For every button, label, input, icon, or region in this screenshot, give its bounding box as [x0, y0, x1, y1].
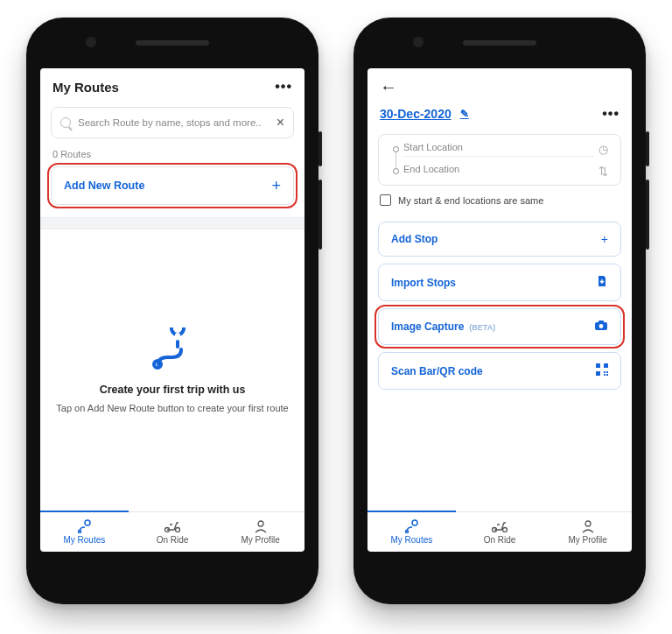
- empty-state: Create your first trip with us Tap on Ad…: [40, 229, 304, 511]
- qr-code-icon: [596, 363, 608, 378]
- svg-point-2: [85, 520, 90, 525]
- scooter-icon: [491, 519, 508, 533]
- svg-point-20: [503, 528, 508, 532]
- same-location-toggle[interactable]: My start & end locations are same: [380, 194, 620, 206]
- svg-rect-12: [596, 371, 600, 376]
- checkbox-icon[interactable]: [380, 194, 391, 206]
- nav-on-ride[interactable]: On Ride: [456, 516, 544, 552]
- scan-code-button[interactable]: Scan Bar/QR code: [378, 352, 621, 390]
- route-pin-icon: [148, 328, 197, 371]
- nav-on-ride[interactable]: On Ride: [129, 516, 217, 552]
- routes-count-label: 0 Routes: [52, 149, 292, 159]
- route-date-label: 30-Dec-2020: [380, 107, 452, 121]
- add-stop-button[interactable]: Add Stop +: [378, 222, 621, 257]
- empty-state-title: Create your first trip with us: [100, 384, 246, 396]
- bottom-nav: My Routes On Ride My Profile: [368, 511, 632, 552]
- back-button[interactable]: ←: [380, 77, 397, 96]
- phone-frame-left: My Routes ••• × 0 Routes Add New Route +: [26, 18, 318, 604]
- svg-point-21: [585, 521, 591, 526]
- clear-search-icon[interactable]: ×: [276, 116, 284, 130]
- svg-rect-16: [606, 371, 608, 373]
- import-stops-button[interactable]: Import Stops: [378, 264, 621, 301]
- phone-side-button: [646, 180, 649, 250]
- end-location-input[interactable]: End Location: [403, 164, 594, 178]
- phone-side-button: [318, 180, 322, 250]
- screen-route-detail: ← 30-Dec-2020 ✎ ••• Start Location ◷ End…: [368, 68, 632, 552]
- scooter-icon: [164, 519, 181, 533]
- nav-label: On Ride: [484, 535, 516, 545]
- end-dot-icon: [393, 168, 399, 174]
- nav-my-profile[interactable]: My Profile: [543, 516, 632, 552]
- profile-icon: [252, 519, 270, 533]
- swap-icon[interactable]: ⇅: [594, 165, 612, 178]
- plus-icon: +: [271, 178, 281, 194]
- nav-label: My Routes: [63, 535, 105, 545]
- nav-label: My Profile: [568, 535, 606, 545]
- svg-rect-11: [604, 363, 608, 368]
- page-title: My Routes: [52, 80, 119, 95]
- start-dot-icon: [393, 146, 399, 152]
- nav-my-routes[interactable]: My Routes: [368, 516, 456, 552]
- same-location-label: My start & end locations are same: [398, 195, 543, 206]
- locations-card: Start Location ◷ End Location ⇅: [378, 134, 621, 186]
- phone-frame-right: ← 30-Dec-2020 ✎ ••• Start Location ◷ End…: [354, 18, 646, 604]
- svg-rect-8: [598, 321, 604, 323]
- section-divider: [40, 217, 304, 229]
- phone-side-button: [646, 131, 649, 166]
- header: ←: [368, 68, 632, 102]
- camera-icon: [594, 320, 608, 334]
- svg-rect-15: [604, 374, 606, 376]
- nav-label: My Routes: [390, 535, 432, 545]
- phone-side-button: [318, 131, 322, 166]
- nav-my-profile[interactable]: My Profile: [216, 516, 304, 552]
- more-menu-button[interactable]: •••: [275, 79, 292, 95]
- plus-icon: +: [601, 233, 608, 245]
- search-input[interactable]: [78, 117, 270, 128]
- more-menu-button[interactable]: •••: [602, 106, 620, 122]
- add-route-label: Add New Route: [64, 180, 144, 192]
- search-field[interactable]: ×: [51, 107, 294, 138]
- search-icon: [60, 117, 71, 128]
- beta-badge: (BETA): [469, 323, 495, 332]
- add-new-route-button[interactable]: Add New Route +: [51, 166, 294, 205]
- svg-point-0: [175, 333, 180, 338]
- option-label: Scan Bar/QR code: [391, 365, 483, 377]
- clock-icon[interactable]: ◷: [594, 143, 612, 156]
- option-label: Add Stop: [391, 233, 438, 245]
- route-date-link[interactable]: 30-Dec-2020 ✎: [380, 107, 469, 121]
- svg-rect-14: [606, 374, 608, 376]
- nav-label: My Profile: [241, 535, 279, 545]
- edit-pencil-icon[interactable]: ✎: [460, 108, 469, 120]
- image-capture-button[interactable]: Image Capture(BETA): [378, 308, 621, 345]
- header: My Routes •••: [40, 68, 304, 103]
- empty-state-subtitle: Tap on Add New Route button to create yo…: [56, 403, 288, 413]
- routes-icon: [75, 519, 93, 533]
- start-location-input[interactable]: Start Location: [403, 142, 594, 157]
- screen-my-routes: My Routes ••• × 0 Routes Add New Route +: [40, 68, 304, 552]
- option-label: Import Stops: [391, 277, 456, 289]
- svg-point-6: [258, 521, 263, 526]
- svg-rect-13: [604, 371, 606, 373]
- import-file-icon: [596, 275, 608, 290]
- routes-icon: [402, 519, 420, 533]
- svg-point-9: [599, 324, 604, 328]
- profile-icon: [579, 519, 597, 533]
- svg-point-17: [412, 520, 417, 525]
- connector-line: [396, 152, 396, 168]
- svg-rect-10: [596, 363, 600, 368]
- option-label: Image Capture(BETA): [391, 321, 495, 333]
- svg-point-5: [176, 528, 180, 532]
- nav-my-routes[interactable]: My Routes: [40, 516, 129, 552]
- nav-label: On Ride: [157, 535, 189, 545]
- bottom-nav: My Routes On Ride My Profile: [40, 511, 304, 552]
